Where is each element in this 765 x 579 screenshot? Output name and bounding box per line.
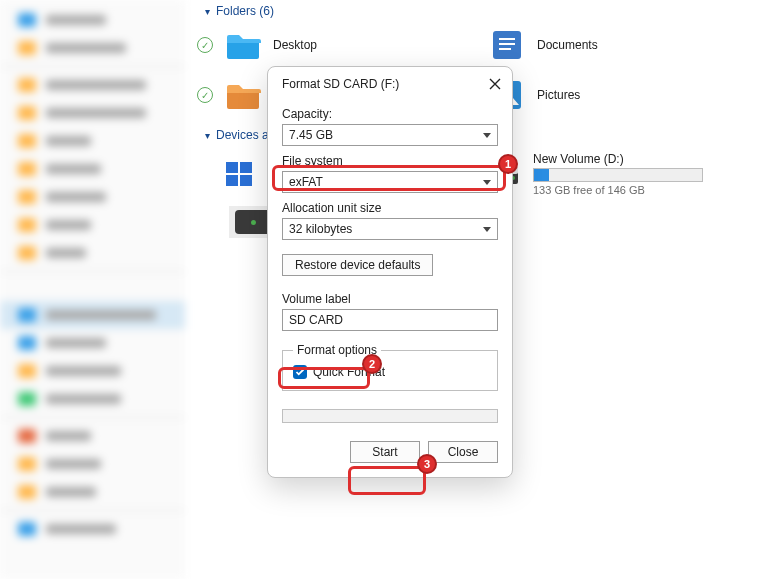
folder-pictures[interactable]: Pictures [489, 74, 729, 116]
volume-label-value: SD CARD [289, 313, 343, 327]
capacity-select[interactable]: 7.45 GB [282, 124, 498, 146]
check-icon: ✓ [197, 37, 213, 53]
windows-icon [221, 158, 257, 190]
drive-bar [533, 168, 703, 182]
device-new-volume[interactable]: New Volume (D:) 133 GB free of 146 GB [485, 152, 725, 196]
svg-rect-6 [226, 162, 238, 173]
chevron-down-icon [483, 227, 491, 232]
volume-label-label: Volume label [282, 292, 498, 306]
folder-documents[interactable]: Documents [489, 24, 729, 66]
format-options-group: Format options Quick Format [282, 343, 498, 391]
badge-1: 1 [498, 154, 518, 174]
volume-label-input[interactable]: SD CARD [282, 309, 498, 331]
svg-rect-7 [240, 162, 252, 173]
drive-freespace: 133 GB free of 146 GB [533, 184, 703, 196]
svg-rect-2 [499, 43, 515, 45]
svg-rect-9 [240, 175, 252, 186]
folder-icon [225, 29, 261, 61]
chevron-down-icon [483, 133, 491, 138]
close-button[interactable]: Close [428, 441, 498, 463]
chevron-down-icon: ▾ [205, 6, 210, 17]
svg-rect-3 [499, 48, 511, 50]
badge-3: 3 [417, 454, 437, 474]
format-dialog: Format SD CARD (F:) Capacity: 7.45 GB Fi… [267, 66, 513, 478]
svg-rect-8 [226, 175, 238, 186]
filesystem-select[interactable]: exFAT [282, 171, 498, 193]
capacity-value: 7.45 GB [289, 128, 333, 142]
drive-name: New Volume (D:) [533, 152, 703, 166]
folder-icon [225, 79, 261, 111]
check-icon: ✓ [197, 87, 213, 103]
dialog-title: Format SD CARD (F:) [282, 77, 399, 91]
aus-label: Allocation unit size [282, 201, 498, 215]
restore-defaults-button[interactable]: Restore device defaults [282, 254, 433, 276]
start-button[interactable]: Start [350, 441, 420, 463]
checkbox-checked-icon [293, 365, 307, 379]
filesystem-label: File system [282, 154, 498, 168]
svg-rect-1 [499, 38, 515, 40]
badge-2: 2 [362, 354, 382, 374]
folders-header-label: Folders (6) [216, 4, 274, 18]
nav-sidebar [0, 0, 185, 579]
filesystem-value: exFAT [289, 175, 323, 189]
start-label: Start [372, 445, 397, 459]
folder-name: Documents [537, 38, 598, 52]
aus-select[interactable]: 32 kilobytes [282, 218, 498, 240]
capacity-label: Capacity: [282, 107, 498, 121]
aus-value: 32 kilobytes [289, 222, 352, 236]
restore-defaults-label: Restore device defaults [295, 258, 420, 272]
folder-desktop[interactable]: ✓ Desktop [225, 24, 465, 66]
documents-icon [489, 29, 525, 61]
folder-name: Desktop [273, 38, 317, 52]
close-icon[interactable] [488, 77, 502, 91]
close-label: Close [448, 445, 479, 459]
folder-name: Pictures [537, 88, 580, 102]
folders-header[interactable]: ▾ Folders (6) [185, 0, 765, 22]
chevron-down-icon: ▾ [205, 130, 210, 141]
chevron-down-icon [483, 180, 491, 185]
sd-icon [235, 210, 271, 234]
format-progress [282, 409, 498, 423]
